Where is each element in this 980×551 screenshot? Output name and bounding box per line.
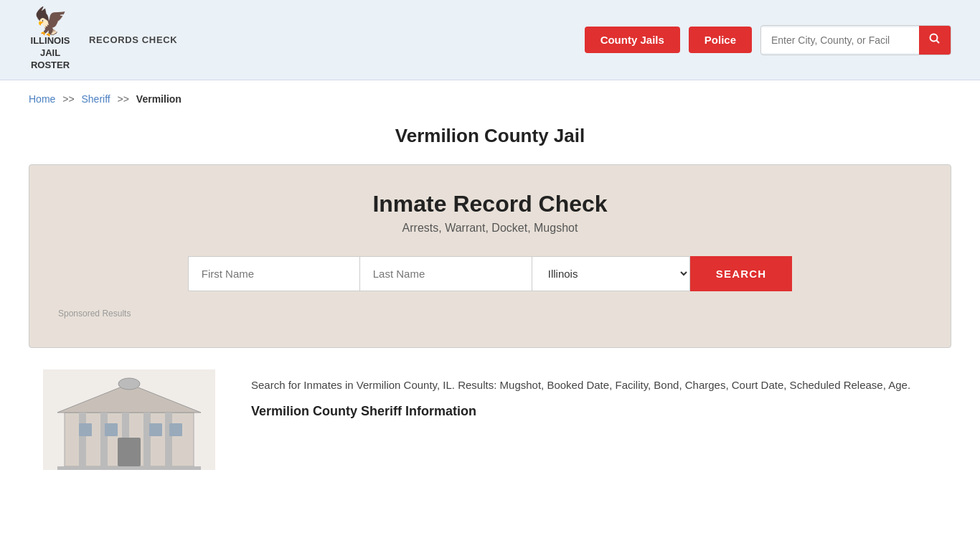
header-search-input[interactable] (761, 27, 919, 53)
bottom-text: Search for Inmates in Vermilion County, … (251, 369, 951, 419)
svg-point-0 (930, 34, 938, 41)
page-title: Vermilion County Jail (0, 125, 980, 147)
search-icon (929, 33, 941, 44)
sponsored-label: Sponsored Results (58, 309, 922, 319)
nav-right: County Jails Police (585, 25, 951, 55)
county-jails-button[interactable]: County Jails (585, 27, 680, 53)
svg-point-12 (118, 378, 140, 390)
svg-rect-5 (79, 413, 86, 466)
breadcrumb-sep2: >> (118, 93, 129, 105)
inmate-search-form: Illinois SEARCH (58, 256, 922, 291)
svg-rect-14 (105, 423, 118, 436)
state-select[interactable]: Illinois (532, 256, 690, 291)
first-name-input[interactable] (188, 256, 360, 291)
courthouse-image (29, 369, 230, 470)
record-check-box: Inmate Record Check Arrests, Warrant, Do… (29, 164, 951, 348)
last-name-input[interactable] (360, 256, 532, 291)
svg-rect-6 (100, 413, 108, 466)
record-check-heading: Inmate Record Check (58, 191, 922, 217)
logo-area: 🦅 ILLINOIS JAIL ROSTER RECORDS CHECK (29, 13, 177, 67)
svg-rect-10 (118, 438, 141, 466)
header-search-bar (760, 25, 951, 55)
breadcrumb-sep1: >> (62, 93, 74, 105)
search-button[interactable]: SEARCH (690, 256, 793, 291)
description-text: Search for Inmates in Vermilion County, … (251, 377, 951, 394)
svg-rect-15 (149, 423, 162, 436)
svg-rect-11 (57, 466, 201, 470)
svg-rect-13 (79, 423, 92, 436)
illinois-flag-icon: 🦅 (34, 8, 67, 35)
bottom-section: Search for Inmates in Vermilion County, … (0, 369, 980, 491)
header-search-button[interactable] (919, 26, 951, 55)
svg-rect-16 (169, 423, 182, 436)
svg-rect-8 (143, 413, 151, 466)
police-button[interactable]: Police (689, 27, 752, 53)
breadcrumb-current: Vermilion (136, 93, 182, 105)
breadcrumb-sheriff[interactable]: Sheriff (82, 93, 110, 105)
header: 🦅 ILLINOIS JAIL ROSTER RECORDS CHECK Cou… (0, 0, 980, 80)
breadcrumb: Home >> Sheriff >> Vermilion (0, 80, 980, 118)
breadcrumb-home[interactable]: Home (29, 93, 55, 105)
logo-text: ILLINOIS JAIL ROSTER (29, 35, 72, 72)
svg-line-1 (937, 40, 940, 43)
svg-rect-9 (165, 413, 172, 466)
records-check-label: RECORDS CHECK (89, 34, 177, 45)
courthouse-icon (43, 369, 215, 470)
logo-icon: 🦅 ILLINOIS JAIL ROSTER (29, 13, 72, 67)
sheriff-heading: Vermilion County Sheriff Information (251, 404, 951, 419)
record-check-subtitle: Arrests, Warrant, Docket, Mugshot (58, 222, 922, 235)
